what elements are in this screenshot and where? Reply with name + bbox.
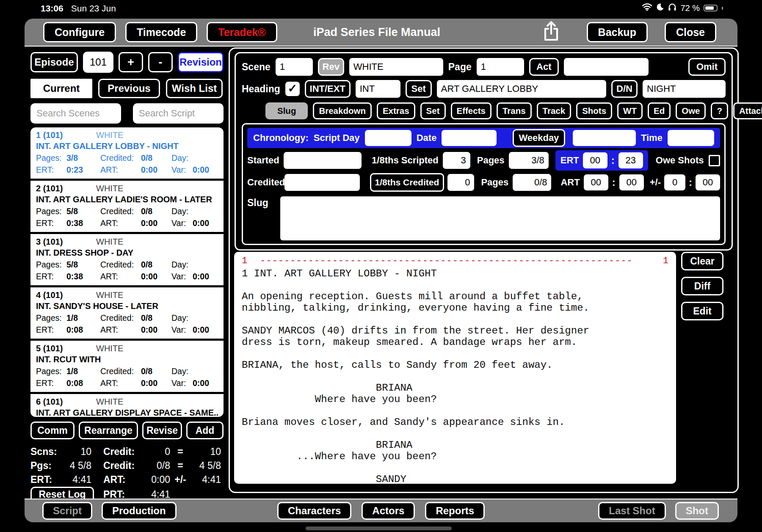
- edit-button[interactable]: Edit: [681, 302, 723, 320]
- scene-list-item[interactable]: 2 (101)WHITEINT. ART GALLERY LADIE'S ROO…: [30, 181, 224, 234]
- eighths-scripted-field[interactable]: 3: [443, 152, 470, 169]
- episode-button[interactable]: Episode: [30, 52, 78, 72]
- scene-label: Scene: [242, 61, 271, 73]
- page-number-field[interactable]: 1: [477, 58, 524, 76]
- slug-text-area[interactable]: [280, 196, 720, 240]
- totals-row: Pgs:4 5/8Credit:0/8=4 5/8: [30, 459, 224, 473]
- tab-trans[interactable]: Trans: [497, 102, 532, 119]
- set-field[interactable]: ART GALLERY LOBBY: [437, 80, 606, 98]
- revision-button[interactable]: Revision: [178, 52, 224, 72]
- tab-set[interactable]: Set: [420, 102, 446, 119]
- art-hours-field[interactable]: 00: [584, 174, 608, 190]
- script-day-field[interactable]: [365, 130, 411, 146]
- backup-button[interactable]: Backup: [587, 22, 648, 42]
- eighths-credited-button[interactable]: 1/8ths Credited: [370, 173, 444, 192]
- action-button-add[interactable]: Add: [186, 422, 224, 439]
- time-label: Time: [641, 132, 663, 143]
- scene-revision-label: WHITE: [96, 344, 123, 353]
- plus-minus-minutes-field[interactable]: 00: [696, 174, 720, 190]
- script-scene-number-right: 1: [663, 256, 668, 266]
- bottom-button-last-shot[interactable]: Last Shot: [598, 502, 665, 520]
- day-night-button[interactable]: D/N: [611, 80, 638, 98]
- script-day-label: Script Day: [314, 132, 360, 143]
- ert-group: ERT 00 : 23: [555, 150, 648, 171]
- toolbar-button-configure[interactable]: Configure: [43, 22, 116, 42]
- toolbar-button-teradek[interactable]: Teradek®: [207, 22, 277, 42]
- owe-shots-checkbox[interactable]: [709, 155, 720, 166]
- scene-number-label: 2 (101): [36, 184, 96, 193]
- totals-value: 10: [190, 446, 221, 458]
- bottom-button-shot[interactable]: Shot: [675, 502, 719, 520]
- bottom-button-reports[interactable]: Reports: [425, 502, 485, 520]
- view-tab-current[interactable]: Current: [30, 79, 92, 98]
- scene-number-label: 5 (101): [36, 344, 96, 353]
- time-field[interactable]: [668, 130, 714, 146]
- tab-shots[interactable]: Shots: [576, 102, 612, 119]
- pages-scripted-label: Pages: [477, 155, 505, 166]
- ert-hours-field[interactable]: 00: [583, 152, 607, 168]
- clear-button[interactable]: Clear: [681, 252, 723, 270]
- scene-list-item[interactable]: 5 (101)WHITEINT. RCUT WITHPages:1/8Credi…: [30, 341, 224, 394]
- revision-color-field[interactable]: WHITE: [349, 58, 443, 76]
- tab-extras[interactable]: Extras: [377, 102, 415, 119]
- set-button[interactable]: Set: [406, 80, 432, 98]
- plus-minus-hours-field[interactable]: 0: [664, 174, 685, 190]
- act-button[interactable]: Act: [529, 58, 559, 76]
- bottom-button-script[interactable]: Script: [42, 502, 92, 520]
- heading-checkbox[interactable]: [285, 82, 300, 96]
- tab-breakdown[interactable]: Breakdown: [313, 102, 372, 119]
- totals-label: ERT:: [30, 474, 64, 485]
- search-scenes-input[interactable]: [30, 103, 121, 124]
- pages-scripted-field[interactable]: 3/8: [509, 152, 549, 169]
- weekday-field[interactable]: [573, 130, 636, 146]
- tab-wt[interactable]: WT: [617, 102, 643, 119]
- scene-list-item[interactable]: 3 (101)WHITEINT. DRESS SHOP - DAYPages:5…: [30, 234, 224, 287]
- int-ext-button[interactable]: INT/EXT: [305, 80, 351, 98]
- weekday-button[interactable]: Weekday: [513, 129, 565, 147]
- share-button[interactable]: [542, 20, 560, 44]
- tab-owe[interactable]: Owe: [676, 102, 706, 119]
- tab-ed[interactable]: Ed: [648, 102, 671, 119]
- action-button-revise[interactable]: Revise: [142, 422, 182, 439]
- close-button[interactable]: Close: [665, 22, 716, 42]
- episode-number-field[interactable]: 101: [83, 52, 113, 73]
- scene-list-item[interactable]: 1 (101)WHITEINT. ART GALLERY LOBBY - NIG…: [30, 127, 224, 181]
- tab-effects[interactable]: Effects: [451, 102, 491, 119]
- view-tab-wish-list[interactable]: Wish List: [166, 79, 223, 98]
- tab-track[interactable]: Track: [537, 102, 572, 119]
- home-indicator[interactable]: [306, 526, 452, 530]
- search-script-input[interactable]: [133, 103, 224, 124]
- started-field[interactable]: [284, 152, 362, 169]
- episode-increment-button[interactable]: +: [119, 52, 143, 72]
- plus-minus-colon: :: [689, 176, 692, 188]
- ert-minutes-field[interactable]: 23: [618, 152, 643, 168]
- action-button-rearrange[interactable]: Rearrange: [79, 422, 138, 439]
- art-minutes-field[interactable]: 00: [619, 174, 644, 190]
- rev-button[interactable]: Rev: [318, 58, 344, 76]
- diff-button[interactable]: Diff: [681, 277, 723, 295]
- credited-field[interactable]: [284, 174, 360, 191]
- tab-slug[interactable]: Slug: [265, 102, 308, 119]
- action-button-comm[interactable]: Comm: [30, 422, 75, 439]
- pages-credited-field[interactable]: 0/8: [513, 174, 551, 191]
- scene-number-field[interactable]: 1: [276, 58, 313, 76]
- bottom-button-characters[interactable]: Characters: [277, 502, 351, 520]
- view-tab-previous[interactable]: Previous: [98, 79, 160, 98]
- episode-decrement-button[interactable]: -: [148, 52, 173, 72]
- act-field[interactable]: [564, 58, 649, 76]
- totals-value: 4 5/8: [190, 460, 221, 471]
- tab-attachments[interactable]: Attachments: [733, 102, 762, 119]
- eighths-credited-field[interactable]: 0: [447, 174, 474, 191]
- scene-list-item[interactable]: 4 (101)WHITEINT. SANDY'S HOUSE - LATERPa…: [30, 287, 224, 341]
- bottom-button-production[interactable]: Production: [102, 502, 177, 520]
- bottom-button-actors[interactable]: Actors: [362, 502, 415, 520]
- int-ext-field[interactable]: INT: [356, 80, 400, 98]
- omit-button[interactable]: Omit: [688, 58, 726, 76]
- date-field[interactable]: [442, 130, 497, 146]
- scene-list-item[interactable]: 6 (101)WHITEINT. ART GALLERY DISPLAY SPA…: [30, 394, 224, 417]
- share-export-icon: [542, 20, 560, 44]
- tab-misc[interactable]: ?: [711, 102, 728, 119]
- day-night-field[interactable]: NIGHT: [643, 80, 726, 98]
- scene-heading: INT. RCUT WITH: [36, 355, 218, 364]
- toolbar-button-timecode[interactable]: Timecode: [125, 22, 197, 42]
